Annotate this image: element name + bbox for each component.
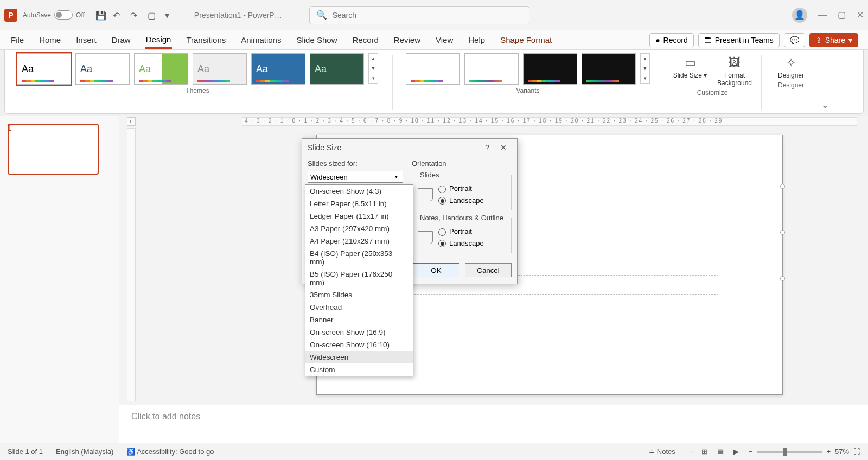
resize-handle-icon[interactable] — [780, 276, 785, 281]
tab-draw[interactable]: Draw — [111, 32, 132, 48]
variants-gallery-scroll[interactable]: ▲▼▾ — [640, 53, 650, 84]
down-icon[interactable]: ▼ — [369, 63, 378, 73]
status-language[interactable]: English (Malaysia) — [56, 448, 113, 456]
dropdown-option[interactable]: Ledger Paper (11x17 in) — [305, 210, 413, 222]
redo-icon[interactable]: ↷ — [130, 10, 140, 20]
dropdown-option[interactable]: Custom — [305, 363, 413, 376]
resize-handle-icon[interactable] — [780, 184, 785, 189]
tab-help[interactable]: Help — [467, 32, 486, 48]
autosave-toggle[interactable]: AutoSave Off — [23, 10, 85, 20]
share-button[interactable]: ⇪ Share ▾ — [809, 33, 858, 47]
notes-landscape-radio[interactable]: Landscape — [438, 239, 484, 248]
variant-thumb[interactable] — [406, 53, 460, 85]
group-label-customize: Customize — [697, 89, 728, 98]
close-window-icon[interactable]: ✕ — [857, 10, 864, 20]
minimize-icon[interactable]: — — [818, 10, 827, 20]
tab-design[interactable]: Design — [145, 31, 173, 49]
up-icon[interactable]: ▲ — [641, 54, 649, 63]
down-icon[interactable]: ▼ — [641, 63, 649, 73]
slide-size-button[interactable]: ▭Slide Size ▾ — [671, 54, 709, 79]
tab-record[interactable]: Record — [351, 32, 379, 48]
status-accessibility[interactable]: ♿ Accessibility: Good to go — [126, 448, 214, 456]
dropdown-option[interactable]: B5 (ISO) Paper (176x250 mm) — [305, 268, 413, 289]
dropdown-option[interactable]: B4 (ISO) Paper (250x353 mm) — [305, 247, 413, 268]
theme-thumb[interactable]: Aa — [310, 53, 364, 85]
up-icon[interactable]: ▲ — [369, 54, 378, 63]
record-button[interactable]: ● Record — [649, 33, 694, 47]
theme-thumb[interactable]: Aa — [17, 53, 71, 85]
comments-button[interactable]: 💬 — [784, 33, 805, 47]
search-box[interactable]: 🔍 — [309, 6, 529, 24]
sized-for-combobox[interactable]: Widescreen ▼ — [308, 171, 403, 183]
expand-icon[interactable]: ▾ — [369, 73, 378, 83]
dropdown-option[interactable]: A3 Paper (297x420 mm) — [305, 222, 413, 235]
slide-thumbnails-panel[interactable]: 1 — [0, 116, 119, 443]
zoom-slider[interactable] — [757, 451, 822, 453]
variants-gallery[interactable]: ▲▼▾ — [406, 53, 650, 85]
dialog-help-icon[interactable]: ? — [479, 143, 495, 152]
zoom-value[interactable]: 57% — [835, 448, 849, 456]
save-icon[interactable]: 💾 — [95, 10, 105, 20]
tab-home[interactable]: Home — [38, 32, 62, 48]
slides-portrait-radio[interactable]: Portrait — [438, 184, 484, 193]
undo-icon[interactable]: ↶ — [113, 10, 123, 20]
tab-insert[interactable]: Insert — [75, 32, 98, 48]
theme-thumb[interactable]: Aa — [251, 53, 305, 85]
zoom-in-icon[interactable]: + — [826, 448, 831, 456]
dropdown-option[interactable]: Letter Paper (8.5x11 in) — [305, 197, 413, 210]
qat-more-icon[interactable]: ▾ — [165, 10, 175, 20]
view-normal-icon[interactable]: ▭ — [685, 448, 692, 456]
dropdown-option[interactable]: A4 Paper (210x297 mm) — [305, 235, 413, 247]
dialog-close-icon[interactable]: ✕ — [495, 143, 512, 152]
toggle-icon[interactable] — [54, 10, 73, 20]
dropdown-option[interactable]: On-screen Show (16:9) — [305, 326, 413, 338]
themes-gallery[interactable]: Aa Aa Aa Aa Aa Aa ▲▼▾ — [17, 53, 378, 85]
slide-thumbnail[interactable] — [8, 124, 99, 175]
zoom-control[interactable]: − + 57% ⛶ — [749, 448, 860, 456]
tab-file[interactable]: File — [10, 32, 25, 48]
chevron-down-icon[interactable]: ▼ — [392, 172, 400, 182]
resize-handle-icon[interactable] — [780, 230, 785, 235]
theme-thumb[interactable]: Aa — [75, 53, 130, 85]
present-in-teams-button[interactable]: 🗔 Present in Teams — [698, 33, 780, 47]
collapse-ribbon-icon[interactable]: ⌄ — [819, 98, 831, 112]
search-input[interactable] — [333, 11, 522, 20]
sized-for-dropdown[interactable]: On-screen Show (4:3) Letter Paper (8.5x1… — [305, 184, 413, 376]
dropdown-option[interactable]: On-screen Show (4:3) — [305, 185, 413, 197]
theme-thumb[interactable]: Aa — [134, 53, 188, 85]
view-reading-icon[interactable]: ▤ — [717, 448, 724, 456]
designer-button[interactable]: ✧Designer — [772, 54, 810, 79]
tab-slideshow[interactable]: Slide Show — [295, 32, 338, 48]
expand-icon[interactable]: ▾ — [641, 73, 649, 83]
tab-shape-format[interactable]: Shape Format — [499, 32, 553, 48]
notes-portrait-radio[interactable]: Portrait — [438, 227, 484, 236]
maximize-icon[interactable]: ▢ — [838, 10, 846, 20]
tab-transitions[interactable]: Transitions — [185, 32, 227, 48]
dropdown-option[interactable]: On-screen Show (16:10) — [305, 338, 413, 351]
notes-pane[interactable]: Click to add notes — [119, 405, 868, 443]
slides-landscape-radio[interactable]: Landscape — [438, 196, 484, 205]
tab-animations[interactable]: Animations — [240, 32, 282, 48]
variant-thumb[interactable] — [464, 53, 519, 85]
present-from-start-icon[interactable]: ▢ — [148, 10, 157, 20]
cancel-button[interactable]: Cancel — [465, 263, 512, 277]
user-avatar-icon[interactable]: 👤 — [792, 8, 807, 23]
variant-thumb[interactable] — [582, 53, 636, 85]
dropdown-option[interactable]: 35mm Slides — [305, 289, 413, 301]
fit-to-window-icon[interactable]: ⛶ — [853, 448, 860, 456]
sized-for-value: Widescreen — [310, 173, 348, 181]
view-slideshow-icon[interactable]: ▶ — [733, 448, 739, 456]
zoom-out-icon[interactable]: − — [749, 448, 753, 456]
variant-thumb[interactable] — [523, 53, 577, 85]
tab-view[interactable]: View — [435, 32, 454, 48]
ok-button[interactable]: OK — [413, 263, 459, 277]
tab-review[interactable]: Review — [393, 32, 422, 48]
dropdown-option[interactable]: Widescreen — [305, 351, 413, 363]
dropdown-option[interactable]: Banner — [305, 314, 413, 326]
theme-thumb[interactable]: Aa — [193, 53, 247, 85]
dropdown-option[interactable]: Overhead — [305, 301, 413, 314]
format-background-button[interactable]: 🖼Format Background — [716, 54, 754, 87]
view-sorter-icon[interactable]: ⊞ — [701, 448, 707, 456]
notes-toggle[interactable]: ≐ Notes — [649, 448, 675, 456]
themes-gallery-scroll[interactable]: ▲▼▾ — [368, 53, 378, 84]
